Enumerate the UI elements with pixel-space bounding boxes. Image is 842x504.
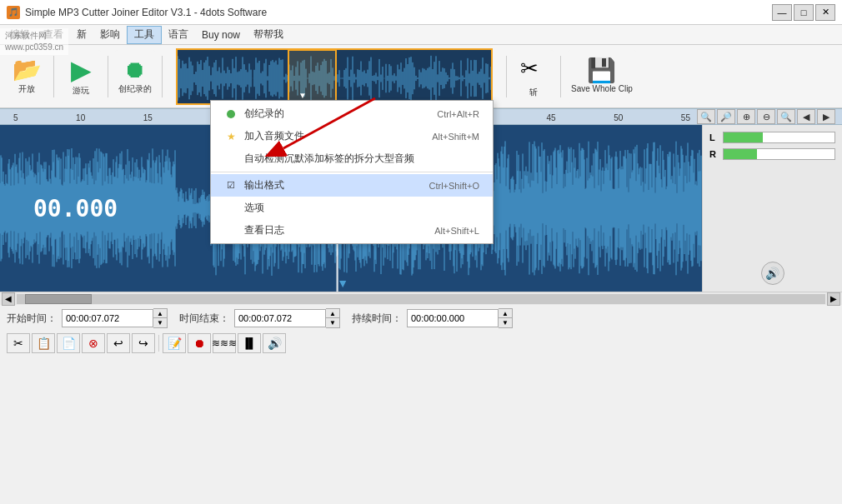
start-time-spinner: ▲ ▼ [153, 308, 168, 328]
menu-item-create-record[interactable]: 创纪录的 Ctrl+Alt+R [211, 102, 493, 125]
record-tool-btn[interactable]: ⏺ [188, 333, 211, 353]
open-label: 开放 [18, 83, 35, 95]
toolbar: 📂 开放 ▶ 游玩 ⏺ 创纪录的 ▼ ✂ 斩 [0, 45, 842, 108]
level-R-bar-bg [723, 148, 835, 160]
horizontal-scrollbar[interactable]: ◀ ▶ [0, 292, 842, 305]
end-time-group: ▲ ▼ [234, 308, 340, 328]
titlebar-title: Simple MP3 Cutter Joiner Editor V3.1 - 4… [25, 7, 267, 18]
end-time-spinner: ▲ ▼ [326, 308, 340, 328]
titlebar: 🎵 Simple MP3 Cutter Joiner Editor V3.1 -… [0, 0, 842, 25]
start-label: 开始时间： [7, 312, 57, 326]
level-R-row: R [709, 148, 835, 160]
empty-icon2 [224, 202, 238, 215]
sep3 [162, 56, 163, 97]
play-button[interactable]: ▶ 游玩 [61, 50, 101, 103]
cut-label: 斩 [529, 87, 538, 98]
menu-item-options[interactable]: 选项 [211, 197, 493, 219]
menu-item-view-log[interactable]: 查看日志 Alt+Shift+L [211, 219, 493, 242]
svg-text:✂: ✂ [520, 56, 539, 81]
tools-dropdown: 创纪录的 Ctrl+Alt+R ★ 加入音频文件 Alt+Shift+M 自动检… [210, 100, 494, 244]
end-time-input[interactable] [234, 309, 326, 327]
app-window: 🎵 Simple MP3 Cutter Joiner Editor V3.1 -… [0, 0, 842, 504]
watermark: 河东软件网 www.pc0359.cn [0, 28, 68, 55]
save-icon: 💾 [587, 59, 616, 82]
time-inputs-row: 开始时间： ▲ ▼ 时间结束： ▲ ▼ 持续时间： ▲ ▼ [0, 305, 842, 332]
duration-spin-down[interactable]: ▼ [499, 318, 512, 327]
app-icon: 🎵 [7, 6, 20, 19]
paste-tool-btn[interactable]: 📄 [57, 333, 80, 353]
menu-item-output-format[interactable]: ☑ 输出格式 Ctrl+Shift+O [211, 174, 493, 197]
open-icon: 📂 [13, 58, 42, 82]
save-whole-button[interactable]: 💾 Save Whole Clip [568, 50, 636, 103]
zoom-reset-btn[interactable]: ⊖ [757, 109, 775, 124]
menu-help[interactable]: 帮帮我 [247, 26, 290, 44]
play-label: 游玩 [73, 85, 89, 97]
menu-buy[interactable]: Buy now [195, 26, 247, 44]
next-btn[interactable]: ▶ [817, 109, 835, 124]
waveform-btn[interactable]: ≋≋≋ [213, 333, 236, 353]
menubar: 编辑 查看 新 影响 工具 语言 Buy now 帮帮我 [0, 25, 842, 45]
start-time-input[interactable] [62, 309, 153, 327]
redo-btn[interactable]: ↪ [132, 333, 155, 353]
copy-tool-btn[interactable]: 📋 [32, 333, 55, 353]
duration-label: 持续时间： [352, 312, 402, 326]
fit-btn[interactable]: ⊕ [737, 109, 755, 124]
level-L-label: L [709, 132, 719, 142]
minimize-button[interactable]: — [772, 4, 792, 21]
save-whole-label: Save Whole Clip [571, 84, 633, 93]
menu-language[interactable]: 语言 [162, 26, 195, 44]
mini-position-arrow: ▼ [298, 91, 307, 100]
level-L-row: L [709, 132, 835, 143]
check-icon: ☑ [224, 179, 238, 192]
close-button[interactable]: ✕ [815, 4, 835, 21]
level-L-bar-bg [723, 132, 835, 143]
menu-new[interactable]: 新 [70, 26, 93, 44]
sep2 [108, 56, 108, 97]
duration-spin-up[interactable]: ▲ [499, 309, 512, 318]
delete-tool-btn[interactable]: ⊗ [82, 333, 105, 353]
waveform2-btn[interactable]: ▐▌ [238, 333, 261, 353]
titlebar-left: 🎵 Simple MP3 Cutter Joiner Editor V3.1 -… [7, 6, 267, 19]
sep5 [560, 56, 561, 97]
menu-divider-1 [211, 172, 493, 172]
undo-btn[interactable]: ↩ [107, 333, 130, 353]
record-icon: ⏺ [123, 58, 147, 82]
scroll-right-btn[interactable]: ▶ [827, 292, 840, 306]
maximize-button[interactable]: □ [794, 4, 814, 21]
position-arrow-bottom: ▼ [337, 277, 348, 290]
scrollbar-track[interactable] [17, 294, 825, 304]
record-label: 创纪录的 [118, 83, 152, 95]
empty-icon [224, 152, 238, 166]
record-button[interactable]: ⏺ 创纪录的 [115, 50, 155, 103]
volume-btn[interactable]: 🔊 [263, 333, 286, 353]
dot-icon [224, 107, 238, 121]
prev-btn[interactable]: ◀ [797, 109, 815, 124]
duration-group: ▲ ▼ [407, 308, 513, 328]
duration-input[interactable] [407, 309, 499, 327]
start-spin-down[interactable]: ▼ [153, 318, 167, 327]
duration-spinner: ▲ ▼ [499, 308, 513, 328]
start-spin-up[interactable]: ▲ [153, 309, 167, 318]
level-R-label: R [709, 149, 719, 159]
menu-item-add-audio[interactable]: ★ 加入音频文件 Alt+Shift+M [211, 125, 493, 147]
menu-item-auto-detect[interactable]: 自动检测沉默添加标签的拆分大型音频 [211, 147, 493, 170]
scroll-left-btn[interactable]: ◀ [2, 292, 15, 306]
scrollbar-thumb[interactable] [25, 294, 92, 304]
zoom-custom-btn[interactable]: 🔍 [777, 109, 795, 124]
zoom-controls: 🔍 🔎 ⊕ ⊖ 🔍 ◀ ▶ [697, 109, 835, 124]
cut-tool-btn[interactable]: ✂ [7, 333, 30, 353]
cut-button[interactable]: ✂ 斩 [514, 50, 554, 103]
zoom-out-btn[interactable]: 🔎 [717, 109, 735, 124]
marker-btn[interactable]: 📝 [163, 333, 186, 353]
mini-waveform: ▼ [176, 48, 493, 105]
tool-sep1 [158, 335, 159, 352]
menu-tools[interactable]: 工具 [127, 26, 162, 44]
end-spin-up[interactable]: ▲ [326, 309, 339, 318]
sep1 [53, 56, 54, 97]
zoom-in-btn[interactable]: 🔍 [697, 109, 715, 124]
menu-effects[interactable]: 影响 [93, 26, 127, 44]
open-button[interactable]: 📂 开放 [7, 50, 47, 103]
speaker-button[interactable]: 🔊 [761, 262, 784, 285]
level-L-bar [724, 132, 763, 142]
end-spin-down[interactable]: ▼ [326, 318, 339, 327]
